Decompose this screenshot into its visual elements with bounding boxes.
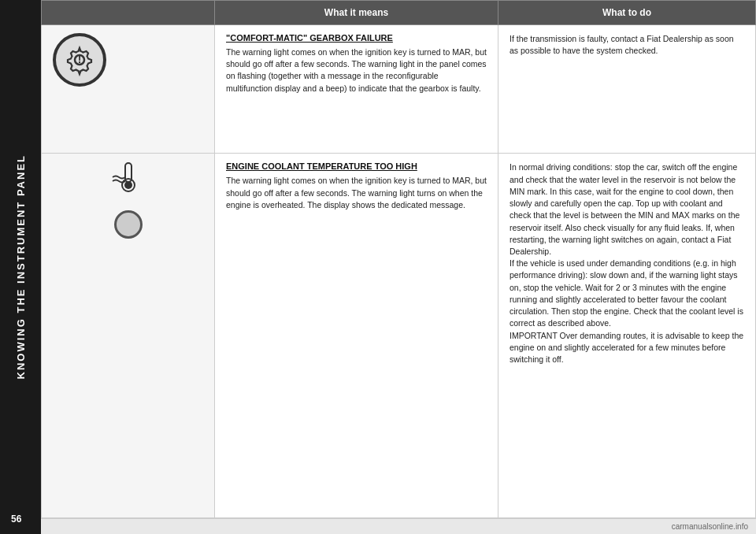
watermark-text: carmanualsonline.info [672, 522, 748, 531]
icon-cell-coolant [42, 154, 215, 518]
coolant-text-cell: ENGINE COOLANT TEMPERATURE TOO HIGH The … [215, 154, 498, 518]
table-row: ! "COMFORT-MATIC" GEARBOX FAILURE The wa… [42, 25, 756, 154]
watermark-bar: carmanualsonline.info [41, 518, 756, 534]
gearbox-body: The warning light comes on when the igni… [226, 46, 487, 95]
gear-warning-svg: ! [63, 43, 96, 76]
sidebar: KNOWING THE INSTRUMENT PANEL 56 [0, 0, 41, 534]
table-header-row: What it means What to do [42, 1, 756, 25]
sidebar-label: KNOWING THE INSTRUMENT PANEL [15, 154, 27, 379]
svg-point-4 [124, 181, 132, 189]
coolant-body: The warning light comes on when the igni… [226, 175, 487, 211]
gearbox-text-cell: "COMFORT-MATIC" GEARBOX FAILURE The warn… [215, 25, 498, 154]
manual-table: What it means What to do ! [41, 0, 756, 518]
icon-cell-gearbox: ! [42, 25, 215, 154]
table-row: ENGINE COOLANT TEMPERATURE TOO HIGH The … [42, 154, 756, 518]
thermometer-icon [108, 161, 149, 195]
svg-text:!: ! [78, 53, 82, 65]
coolant-icon-wrapper [53, 161, 203, 239]
gearbox-title: "COMFORT-MATIC" GEARBOX FAILURE [226, 33, 487, 43]
main-content: What it means What to do ! [41, 0, 756, 534]
header-what-it-means: What it means [215, 1, 498, 25]
header-icon-col [42, 1, 215, 25]
gearbox-right-cell: If the transmission is faulty, contact a… [498, 25, 756, 154]
coolant-title: ENGINE COOLANT TEMPERATURE TOO HIGH [226, 161, 487, 171]
coolant-right-cell: In normal driving conditions: stop the c… [498, 154, 756, 518]
page-number: 56 [11, 514, 21, 525]
coolant-svg [108, 161, 149, 195]
small-circle-indicator [114, 210, 143, 239]
header-what-to-do: What to do [498, 1, 756, 25]
coolant-right-text: In normal driving conditions: stop the c… [510, 162, 743, 364]
gear-warning-icon: ! [53, 33, 106, 87]
